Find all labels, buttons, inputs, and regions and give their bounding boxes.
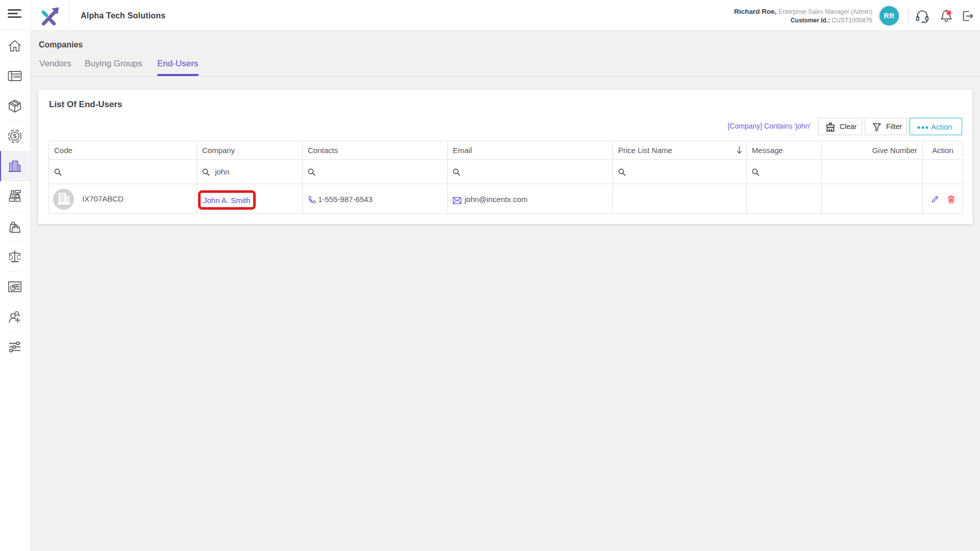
svg-text:CRM: CRM [12,75,20,79]
svg-text:$: $ [13,133,17,140]
svg-text:C: C [17,254,21,261]
svg-text:D: D [9,254,13,261]
